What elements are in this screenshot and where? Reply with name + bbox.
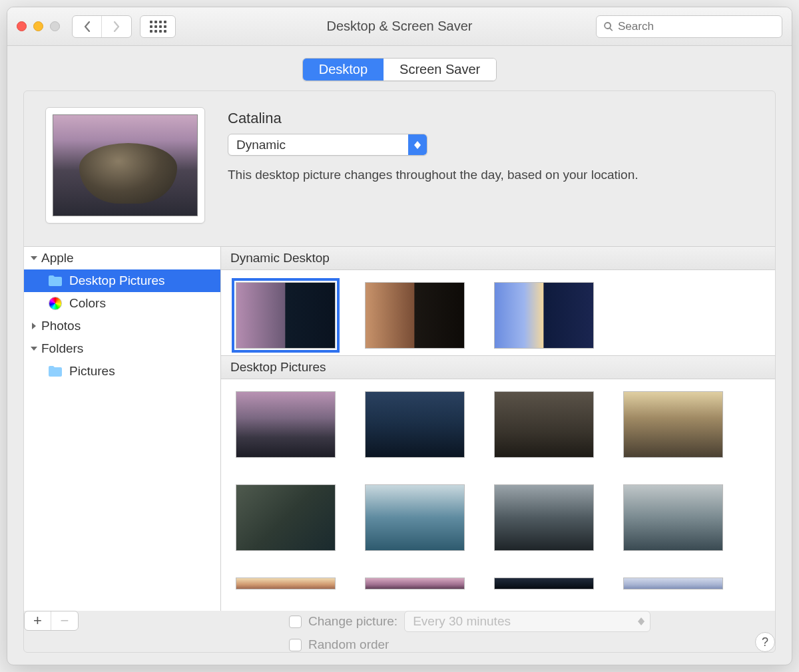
current-preview-image [53, 114, 198, 216]
wallpaper-thumb[interactable] [494, 391, 594, 458]
add-remove-buttons: + − [24, 611, 79, 631]
disclosure-down-icon [29, 344, 39, 353]
change-picture-option: Change picture: Every 30 minutes [289, 611, 651, 632]
wallpaper-thumb[interactable] [494, 578, 594, 589]
folder-icon [48, 273, 63, 288]
search-field[interactable] [596, 15, 782, 38]
wallpaper-description: This desktop picture changes throughout … [228, 168, 754, 182]
nav-buttons [72, 15, 132, 38]
bottom-bar: + − Change picture: Every 30 minutes [24, 611, 775, 652]
disclosure-down-icon [29, 253, 39, 263]
sidebar-label: Pictures [69, 364, 115, 379]
sidebar-item-photos[interactable]: Photos [24, 315, 220, 337]
current-wallpaper-row: Catalina Dynamic This desktop picture ch… [24, 107, 775, 224]
window-controls [17, 21, 60, 31]
pictures-grid [221, 379, 775, 596]
stepper-icon [633, 611, 650, 631]
show-all-button[interactable] [140, 15, 176, 38]
grid-icon [150, 21, 166, 33]
dynamic-grid [221, 270, 775, 355]
preferences-window: Desktop & Screen Saver Desktop Screen Sa… [7, 7, 792, 665]
sidebar-item-folders[interactable]: Folders [24, 337, 220, 360]
options: Change picture: Every 30 minutes Random … [289, 611, 651, 652]
mode-popup[interactable]: Dynamic [228, 134, 427, 156]
wallpaper-thumb[interactable] [365, 391, 465, 458]
section-header-dynamic: Dynamic Desktop [221, 247, 775, 270]
forward-button[interactable] [102, 16, 131, 37]
minimize-button[interactable] [33, 21, 43, 31]
wallpaper-thumb[interactable] [623, 484, 723, 551]
thumb-solar-gradients[interactable] [494, 282, 594, 349]
wallpaper-thumb[interactable] [365, 578, 465, 589]
search-icon [603, 21, 614, 32]
wallpaper-thumb[interactable] [236, 484, 336, 551]
current-preview-frame [45, 107, 205, 224]
wallpaper-thumb[interactable] [236, 578, 336, 589]
random-order-label: Random order [308, 637, 389, 652]
browser: Apple Desktop Pictures Colors Pho [24, 246, 775, 611]
sidebar-label: Folders [41, 341, 83, 356]
sidebar-label: Apple [41, 251, 74, 265]
interval-popup: Every 30 minutes [404, 611, 651, 632]
zoom-button [50, 21, 60, 31]
folder-icon [48, 364, 63, 379]
desktop-panel: Catalina Dynamic This desktop picture ch… [23, 90, 776, 653]
thumb-mojave-dynamic[interactable] [365, 282, 465, 349]
wallpaper-thumb[interactable] [494, 484, 594, 551]
thumb-catalina-dynamic[interactable] [236, 282, 336, 349]
sidebar-label: Colors [69, 296, 106, 311]
content: Desktop Screen Saver Catalina Dynamic [7, 46, 792, 665]
interval-popup-label: Every 30 minutes [405, 611, 633, 631]
tab-desktop[interactable]: Desktop [303, 59, 384, 81]
add-folder-button[interactable]: + [25, 611, 51, 630]
sidebar-item-colors[interactable]: Colors [24, 292, 220, 315]
titlebar: Desktop & Screen Saver [7, 7, 792, 46]
wallpaper-thumb[interactable] [365, 484, 465, 551]
section-header-pictures: Desktop Pictures [221, 355, 775, 379]
current-info: Catalina Dynamic This desktop picture ch… [228, 107, 754, 224]
mode-popup-label: Dynamic [228, 134, 408, 155]
search-input[interactable] [618, 20, 775, 33]
source-sidebar: Apple Desktop Pictures Colors Pho [24, 247, 221, 611]
tab-switcher: Desktop Screen Saver [302, 58, 497, 81]
help-button[interactable]: ? [755, 632, 775, 652]
wallpaper-collection[interactable]: Dynamic Desktop Desktop Pictures [221, 247, 775, 611]
wallpaper-thumb[interactable] [623, 391, 723, 458]
window-title: Desktop & Screen Saver [327, 19, 473, 34]
close-button[interactable] [17, 21, 27, 31]
sidebar-label: Photos [41, 319, 81, 333]
sidebar-item-pictures-folder[interactable]: Pictures [24, 360, 220, 383]
tab-screensaver[interactable]: Screen Saver [384, 59, 496, 81]
sidebar-item-apple[interactable]: Apple [24, 247, 220, 269]
random-order-option: Random order [289, 637, 651, 652]
wallpaper-thumb[interactable] [236, 391, 336, 458]
random-order-checkbox[interactable] [289, 639, 302, 651]
back-button[interactable] [73, 16, 102, 37]
stepper-icon [408, 134, 427, 155]
sidebar-label: Desktop Pictures [69, 273, 165, 288]
sidebar-item-desktop-pictures[interactable]: Desktop Pictures [24, 269, 220, 292]
change-picture-label: Change picture: [308, 614, 398, 629]
color-wheel-icon [48, 296, 63, 311]
wallpaper-name: Catalina [228, 110, 754, 127]
wallpaper-thumb[interactable] [623, 578, 723, 589]
disclosure-right-icon [29, 321, 39, 331]
change-picture-checkbox[interactable] [289, 615, 302, 628]
remove-folder-button: − [51, 611, 78, 630]
